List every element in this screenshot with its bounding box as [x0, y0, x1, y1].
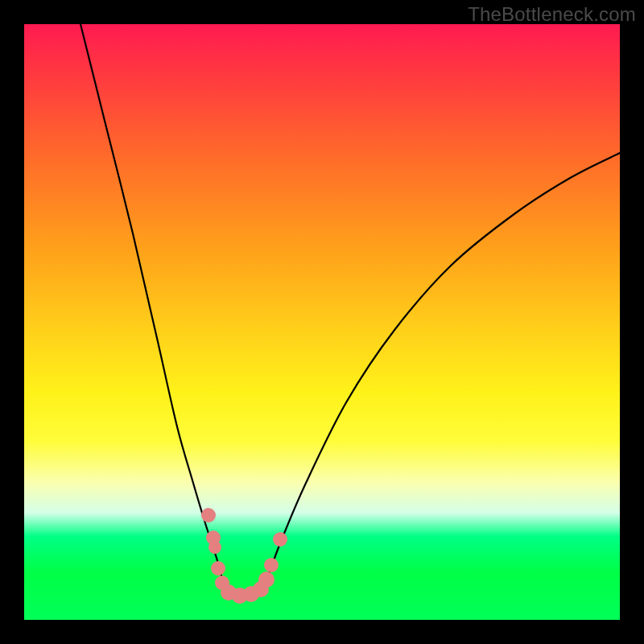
data-marker — [264, 558, 279, 572]
chart-frame: TheBottleneck.com — [0, 0, 644, 644]
watermark-text: TheBottleneck.com — [468, 3, 636, 26]
data-marker — [201, 508, 216, 522]
plot-area — [24, 24, 620, 620]
data-marker — [211, 561, 225, 576]
bottleneck-curve — [80, 24, 620, 597]
curve-layer — [24, 24, 620, 620]
data-marker — [258, 572, 275, 588]
data-marker — [273, 532, 287, 547]
data-marker — [208, 541, 221, 554]
v-curve-path — [80, 24, 620, 597]
